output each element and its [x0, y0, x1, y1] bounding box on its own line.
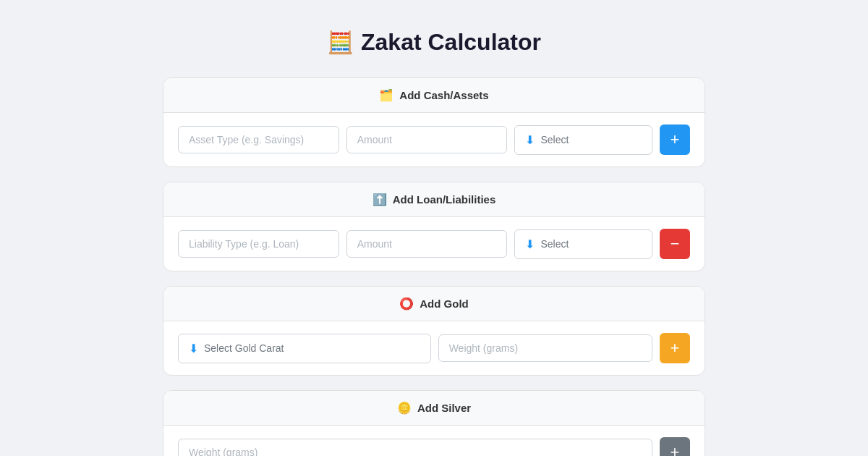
silver-card: 🪙 Add Silver +	[163, 390, 705, 456]
cash-assets-header: 🗂️ Add Cash/Assets	[163, 78, 705, 113]
loan-amount-input[interactable]	[346, 230, 508, 258]
cash-assets-icon: 🗂️	[379, 88, 393, 102]
cash-assets-title: Add Cash/Assets	[399, 89, 488, 101]
gold-carat-select-icon: ⬇	[189, 342, 198, 355]
silver-body: +	[163, 426, 705, 456]
loans-row: ⬇ Select −	[178, 229, 690, 259]
cash-add-button[interactable]: +	[660, 124, 690, 155]
silver-weight-input[interactable]	[178, 439, 652, 456]
cash-amount-input[interactable]	[346, 126, 508, 153]
silver-header: 🪙 Add Silver	[163, 391, 705, 426]
gold-card: ⭕ Add Gold ⬇ Select Gold Carat +	[163, 286, 705, 376]
loan-select-label: Select	[540, 238, 569, 250]
asset-type-input[interactable]	[178, 126, 339, 153]
silver-icon: 🪙	[397, 401, 412, 415]
gold-row: ⬇ Select Gold Carat +	[178, 333, 690, 363]
loans-header: ⬆️ Add Loan/Liabilities	[163, 182, 705, 217]
gold-header: ⭕ Add Gold	[163, 287, 705, 321]
title-text: Zakat Calculator	[361, 29, 541, 56]
cash-assets-card: 🗂️ Add Cash/Assets ⬇ Select +	[163, 77, 705, 167]
gold-body: ⬇ Select Gold Carat +	[163, 321, 705, 375]
silver-add-button[interactable]: +	[660, 437, 690, 456]
gold-add-button[interactable]: +	[660, 333, 690, 363]
silver-title: Add Silver	[417, 402, 471, 414]
cash-select-icon: ⬇	[525, 133, 535, 147]
silver-row: +	[178, 437, 690, 456]
cash-assets-row: ⬇ Select +	[178, 124, 690, 155]
cash-currency-select[interactable]: ⬇ Select	[514, 125, 652, 155]
loans-body: ⬇ Select −	[163, 217, 705, 271]
loans-card: ⬆️ Add Loan/Liabilities ⬇ Select −	[163, 182, 705, 271]
calculator-icon: 🧮	[327, 30, 354, 55]
loan-remove-button[interactable]: −	[660, 229, 690, 259]
gold-carat-select-label: Select Gold Carat	[204, 342, 284, 354]
loan-select-icon: ⬇	[525, 237, 535, 251]
page-title: 🧮 Zakat Calculator	[327, 29, 541, 56]
gold-weight-input[interactable]	[438, 334, 652, 362]
gold-title: Add Gold	[420, 297, 469, 310]
cash-select-label: Select	[540, 134, 569, 145]
gold-icon: ⭕	[399, 297, 414, 311]
loans-title: Add Loan/Liabilities	[393, 193, 496, 206]
loans-icon: ⬆️	[373, 193, 387, 206]
liability-type-input[interactable]	[178, 230, 339, 258]
cash-assets-body: ⬇ Select +	[163, 113, 705, 166]
gold-carat-select[interactable]: ⬇ Select Gold Carat	[178, 334, 431, 363]
loan-currency-select[interactable]: ⬇ Select	[514, 229, 652, 259]
